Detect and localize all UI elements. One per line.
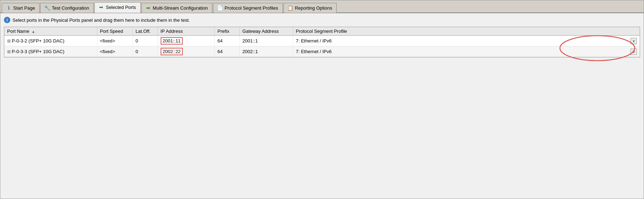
ip-address-value-1: 2001::11 — [161, 37, 183, 45]
port-icon-1: ⊞ — [7, 39, 11, 44]
col-header-port-speed[interactable]: Port Speed — [97, 27, 133, 36]
col-header-ip-address[interactable]: IP Address — [157, 27, 214, 36]
col-header-gateway[interactable]: Gateway Address — [239, 27, 293, 36]
ports-table-wrapper: Port Name ▲ Port Speed Lat.Off. IP Addre… — [4, 27, 640, 57]
sort-arrow-port-name: ▲ — [32, 30, 35, 34]
col-header-lat-off[interactable]: Lat.Off. — [133, 27, 157, 36]
cell-lat-off-2: 0 — [133, 46, 157, 57]
cell-gateway-1: 2001::1 — [239, 36, 293, 46]
cell-prefix-1: 64 — [214, 36, 239, 46]
port-icon-2: ⊞ — [7, 49, 11, 54]
tab-reporting-label: Reporting Options — [295, 5, 332, 11]
info-message: Select ports in the Physical Ports panel… — [12, 17, 190, 23]
cell-port-speed-2: <fixed> — [97, 46, 133, 57]
tab-reporting-options[interactable]: 📋 Reporting Options — [284, 3, 337, 13]
tab-protocol-profiles-label: Protocol Segment Profiles — [224, 5, 278, 11]
profile-dropdown-1[interactable]: ∨ — [630, 38, 637, 44]
ports-table: Port Name ▲ Port Speed Lat.Off. IP Addre… — [4, 27, 640, 57]
col-header-profile[interactable]: Protocol Segment Profile — [293, 27, 640, 36]
selected-ports-icon: ➡ — [98, 4, 104, 10]
cell-port-name-1: ⊞ P-0-3-2 (SFP+ 10G DAC) — [4, 36, 97, 46]
tab-protocol-profiles[interactable]: 📄 Protocol Segment Profiles — [213, 3, 282, 13]
tab-test-config-label: Test Configuration — [52, 5, 89, 11]
cell-ip-address-1[interactable]: 2001::11 — [157, 36, 214, 46]
test-config-icon: 🔧 — [44, 5, 50, 11]
tab-selected-ports[interactable]: ➡ Selected Ports — [94, 2, 141, 13]
content-area: i Select ports in the Physical Ports pan… — [0, 13, 644, 199]
protocol-profiles-icon: 📄 — [217, 5, 223, 11]
profile-dropdown-2[interactable]: ∨ — [630, 49, 637, 55]
profile-value-2: 7: Ethernet / IPv6 — [296, 49, 629, 54]
reporting-icon: 📋 — [287, 5, 293, 11]
cell-port-speed-1: <fixed> — [97, 36, 133, 46]
cell-lat-off-1: 0 — [133, 36, 157, 46]
chevron-down-icon: ∨ — [633, 50, 635, 53]
tab-test-configuration[interactable]: 🔧 Test Configuration — [40, 3, 94, 13]
multi-stream-icon: ➡ — [145, 5, 151, 11]
cell-port-name-2: ⊞ P-0-3-3 (SFP+ 10G DAC) — [4, 46, 97, 57]
col-header-port-name[interactable]: Port Name ▲ — [4, 27, 97, 36]
cell-profile-2: 7: Ethernet / IPv6 ∨ — [293, 46, 640, 57]
table-header-row: Port Name ▲ Port Speed Lat.Off. IP Addre… — [4, 27, 640, 36]
col-header-prefix[interactable]: Prefix — [214, 27, 239, 36]
cell-ip-address-2[interactable]: 2002::22 — [157, 46, 214, 57]
ports-table-container: Port Name ▲ Port Speed Lat.Off. IP Addre… — [4, 27, 640, 57]
ip-address-value-2: 2002::22 — [161, 48, 183, 55]
tab-start-page-label: Start Page — [13, 5, 35, 11]
cell-prefix-2: 64 — [214, 46, 239, 57]
start-page-icon: ℹ — [6, 5, 11, 11]
table-row: ⊞ P-0-3-3 (SFP+ 10G DAC) <fixed> 0 — [4, 46, 640, 57]
info-icon: i — [4, 17, 10, 23]
cell-gateway-2: 2002::1 — [239, 46, 293, 57]
table-row: ⊞ P-0-3-2 (SFP+ 10G DAC) <fixed> 0 — [4, 36, 640, 46]
tab-bar: ℹ Start Page 🔧 Test Configuration ➡ Sele… — [0, 0, 644, 13]
profile-value-1: 7: Ethernet / IPv6 — [296, 38, 629, 44]
chevron-down-icon: ∨ — [633, 39, 635, 43]
tab-multi-stream[interactable]: ➡ Multi-Stream Configuration — [141, 3, 213, 13]
application-window: ℹ Start Page 🔧 Test Configuration ➡ Sele… — [0, 0, 644, 199]
tab-start-page[interactable]: ℹ Start Page — [2, 3, 40, 13]
tab-selected-ports-label: Selected Ports — [106, 5, 136, 10]
info-bar: i Select ports in the Physical Ports pan… — [4, 16, 640, 24]
tab-multi-stream-label: Multi-Stream Configuration — [153, 5, 208, 11]
cell-profile-1: 7: Ethernet / IPv6 ∨ — [293, 36, 640, 46]
